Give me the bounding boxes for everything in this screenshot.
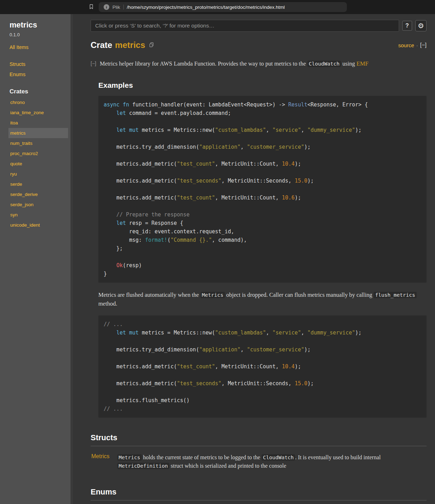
site-info-icon[interactable]: i — [104, 4, 109, 10]
settings-button[interactable]: ⚙ — [415, 20, 427, 31]
collapse-all-toggle[interactable]: [−] — [420, 42, 427, 48]
help-button[interactable]: ? — [402, 21, 412, 31]
sidebar-crate-num_traits[interactable]: num_traits — [8, 138, 68, 148]
sidebar-crate-quote[interactable]: quote — [8, 159, 68, 169]
inline-code: CloudWatch — [307, 61, 341, 67]
doc-link-emf[interactable]: EMF — [356, 60, 368, 67]
crate-name-link[interactable]: metrics — [115, 40, 145, 50]
copy-path-button[interactable] — [149, 42, 154, 49]
sidebar-crate-ryu[interactable]: ryu — [8, 169, 68, 179]
docblock: Examples async fn function_handler(event… — [98, 81, 427, 418]
sidebar-crate-chrono[interactable]: chrono — [8, 97, 68, 107]
item-kind-label: Crate — [91, 40, 112, 50]
title-row: Crate metrics source · [−] — [91, 40, 427, 50]
bookmark-button[interactable] — [88, 4, 94, 11]
sidebar-resizer[interactable] — [71, 14, 73, 504]
source-link[interactable]: source — [398, 42, 414, 48]
item-name-cell: Metrics — [91, 452, 117, 472]
sidebar-crate-metrics[interactable]: metrics — [8, 128, 68, 138]
sidebar-crates-heading: Crates — [10, 88, 71, 95]
sidebar-section-links: StructsEnums — [10, 59, 71, 80]
crate-version: 0.1.0 — [10, 32, 71, 37]
sidebar-crate-unicode_ident[interactable]: unicode_ident — [8, 220, 68, 230]
search-input[interactable] — [91, 20, 399, 32]
sidebar-crate-proc_macro2[interactable]: proc_macro2 — [8, 148, 68, 159]
sidebar-crates-list: chronoiana_time_zoneitoametricsnum_trait… — [0, 97, 71, 230]
inline-code: CloudWatch — [262, 454, 295, 461]
flush-paragraph: Metrics are flushed automatically when t… — [98, 290, 427, 308]
dot-separator: · — [416, 42, 418, 48]
sidebar-item-all-items[interactable]: All Items — [10, 44, 71, 50]
code-example-flush[interactable]: // ... let mut metrics = Metrics::new("c… — [98, 315, 427, 418]
crate-description: Metrics helper library for AWS Lambda Fu… — [100, 59, 368, 68]
url-bar[interactable]: i Plik /home/szymon/projects/metrics_pro… — [99, 2, 347, 12]
bookmark-icon — [88, 4, 94, 11]
sidebar-crate-iana_time_zone[interactable]: iana_time_zone — [8, 107, 68, 118]
doc-collapse-toggle[interactable]: [−] — [91, 59, 96, 68]
structs-section-heading: Structs — [91, 433, 427, 446]
sidebar-crate-title: metrics — [10, 20, 71, 30]
sidebar-crate-itoa[interactable]: itoa — [8, 118, 68, 128]
inline-code: Metrics — [201, 292, 225, 298]
item-row: MetricsMetrics holds the current state o… — [91, 452, 427, 472]
sidebar-item-enums[interactable]: Enums — [10, 69, 71, 80]
search-row: ? ⚙ — [91, 20, 427, 32]
sidebar-crate-serde_derive[interactable]: serde_derive — [8, 189, 68, 199]
url-path: /home/szymon/projects/metrics_proto/metr… — [127, 5, 285, 10]
examples-heading: Examples — [98, 81, 427, 90]
page-title-label: Plik — [112, 5, 120, 10]
gear-icon: ⚙ — [418, 22, 424, 29]
sidebar: metrics 0.1.0 All Items StructsEnums Cra… — [0, 14, 71, 504]
sidebar-crate-serde[interactable]: serde — [8, 179, 68, 189]
item-link-metrics[interactable]: Metrics — [91, 453, 110, 459]
inline-code: flush_metrics — [374, 292, 417, 298]
main-content: ? ⚙ Crate metrics source · [−] — [73, 14, 435, 504]
browser-chrome: i Plik /home/szymon/projects/metrics_pro… — [0, 0, 435, 14]
title-right-controls: source · [−] — [398, 42, 427, 48]
enums-section-heading: Enums — [91, 487, 427, 500]
doc-intro: [−] Metrics helper library for AWS Lambd… — [91, 59, 427, 68]
sidebar-item-structs[interactable]: Structs — [10, 59, 71, 69]
structs-item-table: MetricsMetrics holds the current state o… — [91, 452, 427, 472]
sidebar-crate-syn[interactable]: syn — [8, 210, 68, 220]
url-separator — [123, 5, 124, 10]
clipboard-icon — [149, 42, 154, 49]
inline-code: Metrics — [117, 454, 142, 461]
inline-code: MetricDefinition — [117, 463, 170, 469]
item-description: Metrics holds the current state of metri… — [117, 452, 427, 472]
sidebar-crate-serde_json[interactable]: serde_json — [8, 199, 68, 210]
page-title: Crate metrics — [91, 40, 154, 50]
code-example-handler[interactable]: async fn function_handler(event: LambdaE… — [98, 96, 427, 283]
